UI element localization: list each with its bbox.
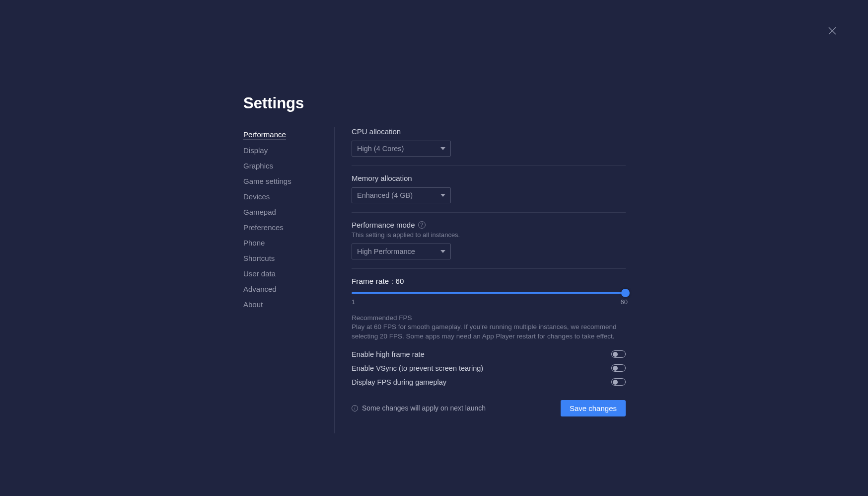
recommended-fps-title: Recommended FPS bbox=[352, 314, 626, 322]
restart-hint: i Some changes will apply on next launch bbox=[352, 404, 486, 412]
sidebar-item-preferences[interactable]: Preferences bbox=[243, 220, 284, 236]
info-icon: i bbox=[352, 405, 358, 412]
toggle-knob bbox=[613, 352, 618, 357]
help-icon[interactable]: ? bbox=[418, 221, 426, 229]
sidebar-item-gamepad[interactable]: Gamepad bbox=[243, 205, 276, 220]
close-icon bbox=[826, 25, 838, 37]
sidebar-item-phone[interactable]: Phone bbox=[243, 236, 265, 251]
caret-down-icon bbox=[440, 194, 445, 197]
page-title: Settings bbox=[243, 94, 626, 112]
performance-mode-value: High Performance bbox=[357, 248, 415, 255]
toggle-vsync[interactable] bbox=[611, 364, 626, 372]
memory-allocation-value: Enhanced (4 GB) bbox=[357, 191, 413, 199]
restart-hint-text: Some changes will apply on next launch bbox=[362, 404, 486, 412]
performance-mode-label: Performance mode ? bbox=[352, 221, 626, 229]
toggle-knob bbox=[613, 380, 618, 385]
frame-rate-slider[interactable]: 1 60 bbox=[352, 288, 626, 305]
toggle-display-fps[interactable] bbox=[611, 378, 626, 386]
sidebar-item-devices[interactable]: Devices bbox=[243, 189, 270, 205]
slider-thumb[interactable] bbox=[621, 289, 630, 297]
slider-track bbox=[352, 292, 626, 294]
memory-allocation-dropdown[interactable]: Enhanced (4 GB) bbox=[352, 187, 451, 203]
main-panel: CPU allocation High (4 Cores) Memory all… bbox=[335, 127, 626, 433]
sidebar-item-game-settings[interactable]: Game settings bbox=[243, 174, 291, 189]
cpu-allocation-dropdown[interactable]: High (4 Cores) bbox=[352, 141, 451, 157]
toggle-display-fps-label: Display FPS during gameplay bbox=[352, 378, 446, 386]
sidebar-item-about[interactable]: About bbox=[243, 297, 263, 313]
slider-max: 60 bbox=[621, 298, 628, 306]
sidebar-item-performance[interactable]: Performance bbox=[243, 127, 286, 140]
memory-allocation-label: Memory allocation bbox=[352, 174, 626, 182]
sidebar-item-user-data[interactable]: User data bbox=[243, 266, 276, 282]
toggle-vsync-label: Enable VSync (to prevent screen tearing) bbox=[352, 364, 483, 372]
toggle-high-fps-label: Enable high frame rate bbox=[352, 350, 425, 358]
sidebar: Performance Display Graphics Game settin… bbox=[243, 127, 335, 433]
performance-mode-label-text: Performance mode bbox=[352, 221, 415, 229]
sidebar-item-graphics[interactable]: Graphics bbox=[243, 159, 273, 174]
sidebar-item-shortcuts[interactable]: Shortcuts bbox=[243, 251, 275, 266]
slider-min: 1 bbox=[352, 298, 355, 306]
performance-mode-dropdown[interactable]: High Performance bbox=[352, 244, 451, 259]
frame-rate-label: Frame rate : 60 bbox=[352, 277, 626, 285]
toggle-high-fps[interactable] bbox=[611, 350, 626, 358]
sidebar-item-display[interactable]: Display bbox=[243, 143, 268, 159]
toggle-knob bbox=[613, 366, 618, 371]
save-changes-button[interactable]: Save changes bbox=[561, 400, 626, 416]
recommended-fps-body: Play at 60 FPS for smooth gameplay. If y… bbox=[352, 323, 626, 341]
caret-down-icon bbox=[440, 250, 445, 253]
sidebar-item-advanced[interactable]: Advanced bbox=[243, 282, 277, 297]
performance-mode-sublabel: This setting is applied to all instances… bbox=[352, 231, 626, 239]
close-button[interactable] bbox=[826, 25, 838, 37]
cpu-allocation-label: CPU allocation bbox=[352, 127, 626, 136]
caret-down-icon bbox=[440, 147, 445, 150]
cpu-allocation-value: High (4 Cores) bbox=[357, 145, 404, 153]
